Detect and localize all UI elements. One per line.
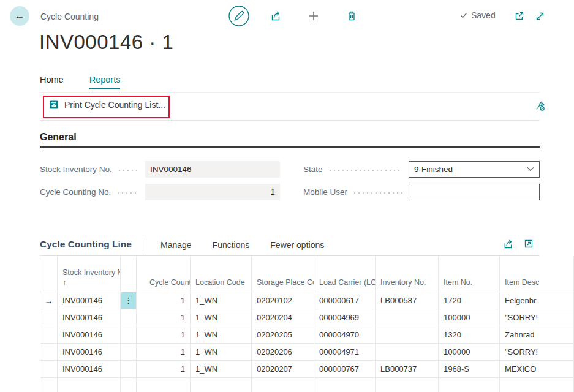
cycle-cell[interactable]: 1: [137, 292, 191, 309]
load-carrier-cell[interactable]: 000000617: [314, 292, 376, 309]
stock-cell[interactable]: INV000146: [58, 292, 121, 309]
inventory-cell[interactable]: LB000737: [376, 361, 439, 378]
state-dropdown[interactable]: 9-Finished: [409, 161, 540, 178]
desc-cell[interactable]: "SORRY!: [500, 309, 574, 326]
part-caption: Cycle Counting Line: [40, 239, 132, 250]
back-button[interactable]: ←: [10, 6, 29, 26]
storage-cell[interactable]: 02020205: [252, 326, 314, 344]
mobile-user-label: Mobile User: [303, 187, 347, 197]
item-cell[interactable]: 1320: [439, 326, 500, 344]
plus-icon: [308, 10, 320, 22]
stock-cell[interactable]: INV000146: [58, 344, 121, 361]
desc-cell[interactable]: MEXICO: [500, 361, 574, 378]
share-icon: [502, 238, 514, 250]
desc-cell[interactable]: Zahnrad: [500, 326, 574, 344]
focus-mode-button[interactable]: [523, 238, 534, 249]
storage-cell[interactable]: 02020204: [252, 309, 314, 326]
cycle-counting-line-grid: Stock Inventory No. ↑ Cycle Counting No.…: [40, 256, 574, 392]
part-share-button[interactable]: [502, 238, 514, 250]
item-cell[interactable]: 1968-S: [439, 361, 500, 378]
inventory-cell[interactable]: [376, 326, 439, 344]
col-row-menu: [121, 256, 137, 292]
mobile-user-input[interactable]: [409, 184, 540, 200]
stock-cell[interactable]: INV000146: [58, 326, 121, 344]
load-carrier-cell[interactable]: 000004969: [314, 309, 376, 326]
table-row-empty[interactable]: [40, 378, 574, 392]
row-selector-cell: [40, 326, 58, 344]
col-location-code[interactable]: Location Code: [191, 256, 252, 292]
tab-reports[interactable]: Reports: [89, 75, 121, 89]
expand-button[interactable]: [534, 10, 546, 22]
table-row: INV000146 1 1_WN 02020205 000004970 1320…: [40, 326, 574, 344]
row-selector-cell: [40, 344, 58, 361]
location-cell[interactable]: 1_WN: [191, 361, 252, 378]
inventory-cell[interactable]: LB000587: [376, 292, 439, 309]
edit-button[interactable]: [228, 5, 250, 27]
storage-cell[interactable]: 02020102: [252, 292, 314, 309]
add-button[interactable]: [308, 10, 320, 22]
location-cell[interactable]: 1_WN: [191, 292, 252, 309]
col-inventory-no[interactable]: Inventory No.: [376, 256, 439, 292]
col-cycle-counting-no[interactable]: Cycle Counting No.↑: [137, 256, 191, 292]
current-row-arrow-icon: →: [45, 296, 53, 306]
row-menu-cell[interactable]: [121, 326, 137, 344]
menu-functions[interactable]: Functions: [213, 240, 250, 250]
top-bar: ← Cycle Counting: [0, 0, 574, 32]
load-carrier-cell[interactable]: 000004970: [314, 326, 376, 344]
share-button[interactable]: [270, 10, 282, 22]
page-title: INV000146 · 1: [39, 31, 173, 54]
cycle-cell[interactable]: 1: [137, 344, 191, 361]
desc-cell[interactable]: Felgenbr: [500, 292, 574, 309]
col-stock-inventory-no[interactable]: Stock Inventory No. ↑: [58, 256, 121, 292]
location-cell[interactable]: 1_WN: [191, 326, 252, 344]
stock-link[interactable]: INV000146: [62, 296, 102, 305]
table-row: INV000146 1 1_WN 02020204 000004969 1000…: [40, 309, 574, 326]
location-cell[interactable]: 1_WN: [191, 309, 252, 326]
item-cell[interactable]: 1720: [439, 292, 500, 309]
col-item-description[interactable]: Item Desc: [500, 256, 574, 292]
col-row-selector: [40, 256, 58, 292]
general-heading-underline: [40, 146, 540, 148]
row-menu-cell[interactable]: [121, 361, 137, 378]
cycle-counting-no-field-row: Cycle Counting No. 1: [40, 183, 280, 200]
popout-icon: [513, 10, 525, 22]
load-carrier-cell[interactable]: 000000767: [314, 361, 376, 378]
item-cell[interactable]: 100000: [439, 344, 500, 361]
print-action-label: Print Cycle Counting List...: [64, 100, 165, 110]
back-arrow-icon: ←: [15, 10, 25, 22]
tab-home[interactable]: Home: [40, 75, 64, 89]
row-menu-cell[interactable]: [121, 344, 137, 361]
chevron-down-icon: [527, 167, 534, 172]
open-in-window-button[interactable]: [513, 10, 525, 22]
stock-cell[interactable]: INV000146: [58, 309, 121, 326]
row-selector-cell: →: [40, 292, 58, 309]
saved-indicator: Saved: [459, 10, 496, 20]
storage-cell[interactable]: 02020206: [252, 344, 314, 361]
cycle-counting-no-value: 1: [145, 184, 280, 200]
cycle-cell[interactable]: 1: [137, 309, 191, 326]
menu-manage[interactable]: Manage: [160, 240, 192, 250]
print-cycle-counting-list-button[interactable]: Print Cycle Counting List...: [49, 100, 165, 110]
unpin-button[interactable]: [534, 100, 546, 112]
general-section-heading[interactable]: General: [40, 132, 77, 143]
inventory-cell[interactable]: [376, 344, 439, 361]
row-menu-cell[interactable]: [121, 309, 137, 326]
col-item-no[interactable]: Item No.: [439, 256, 500, 292]
pencil-icon: [228, 5, 250, 27]
col-load-carrier[interactable]: Load Carrier (LC): [314, 256, 376, 292]
item-cell[interactable]: 100000: [439, 309, 500, 326]
storage-cell[interactable]: 02020207: [252, 361, 314, 378]
location-cell[interactable]: 1_WN: [191, 344, 252, 361]
col-storage-place-code[interactable]: Storage Place Code: [252, 256, 314, 292]
inventory-cell[interactable]: [376, 309, 439, 326]
cycle-counting-page: ← Cycle Counting: [0, 0, 574, 392]
desc-cell[interactable]: "SORRY!: [500, 344, 574, 361]
row-menu-button[interactable]: ⋮: [121, 292, 137, 309]
delete-button[interactable]: [346, 10, 358, 22]
cycle-cell[interactable]: 1: [137, 361, 191, 378]
load-carrier-cell[interactable]: 000004971: [314, 344, 376, 361]
menu-fewer-options[interactable]: Fewer options: [270, 240, 324, 250]
cycle-counting-no-label: Cycle Counting No.: [40, 187, 111, 197]
stock-cell[interactable]: INV000146: [58, 361, 121, 378]
cycle-cell[interactable]: 1: [137, 326, 191, 344]
